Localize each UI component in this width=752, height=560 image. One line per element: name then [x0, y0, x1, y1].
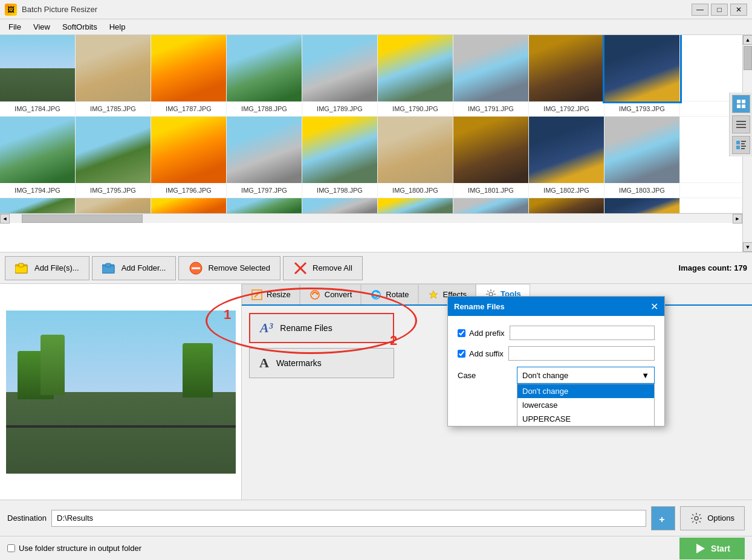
thumb-partial-8[interactable] [529, 198, 605, 213]
rename-files-button[interactable]: A³ Rename Files [249, 313, 394, 343]
filename-1798: IMG_1798.JPG [302, 183, 378, 198]
case-option-uppercase[interactable]: UPPERCASE [517, 412, 654, 426]
case-chevron-down-icon: ▼ [641, 371, 649, 380]
thumb-1792[interactable] [529, 35, 605, 101]
thumb-1790[interactable] [378, 35, 453, 101]
svg-rect-18 [106, 263, 111, 267]
list-view-btn[interactable] [732, 115, 750, 134]
svg-rect-10 [736, 146, 740, 149]
case-select-container: Don't change ▼ Don't change lowercase UP… [517, 367, 655, 384]
scroll-up-btn[interactable]: ▲ [743, 35, 752, 45]
thumb-1793[interactable] [605, 35, 680, 101]
scroll-down-btn[interactable]: ▼ [743, 242, 752, 252]
dialog-close-button[interactable]: ✕ [650, 301, 658, 312]
thumb-1802[interactable] [529, 117, 605, 183]
add-prefix-check[interactable]: Add prefix [458, 329, 505, 338]
filename-1795: IMG_1795.JPG [76, 183, 151, 198]
thumb-partial-7[interactable] [453, 198, 529, 213]
thumb-1800[interactable] [378, 117, 453, 183]
menu-help[interactable]: Help [103, 21, 132, 33]
bottom-bar: Destination Options [0, 500, 752, 536]
thumb-1801[interactable] [453, 117, 529, 183]
watermarks-button[interactable]: A Watermarks [249, 348, 394, 378]
svg-rect-32 [660, 512, 664, 516]
use-folder-checkbox[interactable] [7, 544, 15, 552]
remove-selected-button[interactable]: Remove Selected [178, 256, 280, 280]
use-folder-check[interactable]: Use folder structure in output folder [7, 544, 141, 553]
filename-1803: IMG_1803.JPG [605, 183, 680, 198]
thumb-1791[interactable] [453, 35, 529, 101]
thumbnail-row-2 [0, 117, 752, 183]
maximize-button[interactable]: □ [711, 4, 728, 16]
remove-all-button[interactable]: Remove All [283, 256, 363, 280]
thumb-partial-5[interactable] [302, 198, 378, 213]
menu-file[interactable]: File [2, 21, 27, 33]
minimize-button[interactable]: — [692, 4, 708, 16]
destination-input[interactable] [51, 510, 646, 527]
hscroll-thumb[interactable] [22, 214, 143, 223]
thumb-partial-4[interactable] [227, 198, 302, 213]
add-prefix-checkbox[interactable] [458, 329, 465, 337]
close-button[interactable]: ✕ [730, 4, 747, 16]
case-option-dont-change[interactable]: Don't change [517, 384, 654, 398]
prefix-input[interactable] [510, 326, 655, 340]
rename-files-label: Rename Files [280, 323, 332, 333]
hscroll-right-btn[interactable]: ► [733, 214, 742, 224]
thumb-1795[interactable] [76, 117, 151, 183]
tab-rotate[interactable]: Rotate [361, 284, 418, 304]
browse-destination-button[interactable] [651, 506, 675, 530]
rename-files-icon: A³ [260, 320, 273, 336]
menu-view[interactable]: View [27, 21, 56, 33]
svg-rect-9 [741, 143, 745, 144]
svg-rect-1 [742, 100, 745, 103]
thumbnail-row-1: ▲ ▼ [0, 35, 752, 101]
thumb-partial-9[interactable] [605, 198, 680, 213]
thumb-partial-3[interactable] [151, 198, 227, 213]
thumb-1785[interactable] [76, 35, 151, 101]
use-folder-label: Use folder structure in output folder [19, 544, 141, 553]
watermarks-label: Watermarks [276, 358, 322, 368]
image-strip-container: ▲ ▼ IMG_1784.JPG IMG_1785.JPG IMG_1787.J… [0, 35, 752, 253]
thumb-1798[interactable] [302, 117, 378, 183]
case-row: Case Don't change ▼ Don't change lowerca… [458, 367, 655, 384]
app-icon: 🖼 [5, 4, 17, 16]
add-files-button[interactable]: Add File(s)... [5, 256, 89, 280]
remove-selected-icon [189, 261, 203, 275]
thumb-partial-1[interactable] [0, 198, 76, 213]
hscroll-left-btn[interactable]: ◄ [0, 214, 10, 224]
tab-resize[interactable]: Resize [242, 284, 300, 304]
convert-tab-icon [309, 289, 321, 301]
start-button[interactable]: Start [679, 538, 745, 559]
thumb-1787[interactable] [151, 35, 227, 101]
thumb-1788[interactable] [227, 35, 302, 101]
thumb-1797[interactable] [227, 117, 302, 183]
horizontal-scrollbar[interactable]: ◄ ► [0, 213, 742, 223]
options-button[interactable]: Options [680, 506, 745, 530]
add-folder-button[interactable]: Add Folder... [92, 256, 177, 280]
rename-files-dialog: Rename Files ✕ Add prefix Add suffix [447, 296, 665, 426]
thumb-partial-2[interactable] [76, 198, 151, 213]
menu-softorbits[interactable]: SoftOrbits [56, 21, 103, 33]
rotate-tab-icon [370, 289, 382, 301]
suffix-input[interactable] [508, 346, 655, 361]
add-suffix-check[interactable]: Add suffix [458, 349, 504, 358]
add-folder-icon [102, 261, 117, 275]
case-select-display[interactable]: Don't change ▼ [517, 367, 655, 384]
detail-view-btn[interactable] [732, 136, 750, 154]
case-dropdown-list: Don't change lowercase UPPERCASE [517, 384, 655, 426]
dialog-title: Rename Files [454, 302, 505, 311]
thumb-1789[interactable] [302, 35, 378, 101]
tab-convert-label: Convert [325, 290, 352, 299]
tab-convert[interactable]: Convert [300, 284, 361, 304]
thumb-1796[interactable] [151, 117, 227, 183]
thumb-partial-6[interactable] [378, 198, 453, 213]
grid-view-btn[interactable] [732, 95, 750, 113]
add-suffix-checkbox[interactable] [458, 350, 465, 358]
svg-rect-5 [736, 124, 746, 125]
case-option-lowercase[interactable]: lowercase [517, 398, 654, 412]
scroll-thumb[interactable] [744, 46, 752, 70]
thumb-1794[interactable] [0, 117, 76, 183]
thumb-1803[interactable] [605, 117, 680, 183]
tab-resize-label: Resize [267, 290, 291, 299]
thumb-1784[interactable] [0, 35, 76, 101]
